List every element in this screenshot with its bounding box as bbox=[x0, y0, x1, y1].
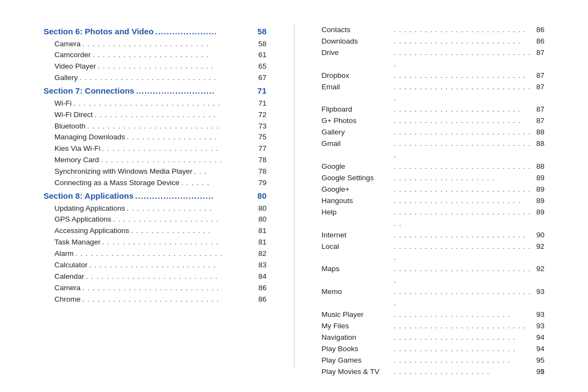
entry-label: Dropbox bbox=[322, 70, 393, 82]
toc-entry: Connecting as a Mass Storage Device . . … bbox=[44, 177, 267, 189]
section-dots: ............................ bbox=[136, 84, 256, 98]
entry-label: Gallery bbox=[322, 127, 393, 138]
entry-dots: . . . . . . . . . . . . . . . . . . . . … bbox=[102, 237, 257, 248]
entry-dots: . . . . . . . . . . . . . . . . . . . . … bbox=[394, 321, 535, 332]
entry-page: 84 bbox=[258, 271, 266, 283]
entry-dots: . . . . . . . . . . . . . . . . . . . . … bbox=[394, 82, 535, 105]
entry-page: 90 bbox=[536, 230, 544, 241]
entry-page: 87 bbox=[536, 47, 544, 59]
entry-label: My Files bbox=[322, 321, 393, 332]
toc-entry: Dropbox . . . . . . . . . . . . . . . . … bbox=[322, 70, 545, 82]
entry-page: 88 bbox=[536, 138, 544, 150]
entry-page: 86 bbox=[258, 283, 266, 294]
entry-label: Hangouts bbox=[322, 195, 393, 207]
toc-entry: Wi-Fi Direct . . . . . . . . . . . . . .… bbox=[44, 109, 267, 121]
entry-label: Camcorder bbox=[54, 50, 91, 61]
toc-entry: Hangouts . . . . . . . . . . . . . . . .… bbox=[322, 195, 545, 207]
entry-label: Flipboard bbox=[322, 104, 393, 115]
entry-label: Memory Card bbox=[54, 155, 99, 166]
entry-label: Gmail bbox=[322, 138, 393, 150]
entry-page: 86 bbox=[258, 294, 266, 305]
entry-dots: . . . . . . . . . . . . . . . . . . bbox=[127, 132, 257, 143]
entry-dots: . . . . . . . . . . . . . . . . . . . . … bbox=[394, 115, 535, 127]
section-header: Section 8: Applications ................… bbox=[44, 189, 267, 203]
toc-entry: My Files . . . . . . . . . . . . . . . .… bbox=[322, 321, 545, 332]
entry-page: 75 bbox=[258, 132, 266, 143]
entry-label: Internet bbox=[322, 230, 393, 241]
entry-page: 89 bbox=[536, 207, 544, 218]
entry-page: 86 bbox=[536, 24, 544, 36]
entry-dots: . . . . . . . . . . . . . . . . . . . . … bbox=[394, 127, 535, 138]
toc-entry: Alarm . . . . . . . . . . . . . . . . . … bbox=[44, 248, 267, 260]
entry-dots: . . . . . . . . . . . . . . . . . . . . … bbox=[75, 248, 256, 260]
toc-entry: GPS Applications . . . . . . . . . . . .… bbox=[44, 214, 267, 225]
section-label: Section 7: Connections bbox=[44, 84, 134, 98]
toc-entry: Bluetooth . . . . . . . . . . . . . . . … bbox=[44, 121, 267, 132]
entry-dots: . . . . . . . . . . . . . . . . . . . . … bbox=[394, 36, 535, 47]
toc-entry: Chrome . . . . . . . . . . . . . . . . .… bbox=[44, 294, 267, 305]
entry-dots: . . . . . . . . . . . . . . . . . . . . … bbox=[394, 161, 535, 173]
entry-dots: . . . . . . . . . . . . . . . . . . . . … bbox=[394, 184, 535, 195]
entry-dots: . . . . . . bbox=[181, 177, 257, 189]
entry-label: Local bbox=[322, 241, 393, 253]
entry-label: Bluetooth bbox=[54, 121, 85, 132]
entry-page: 78 bbox=[258, 155, 266, 166]
entry-label: Task Manager bbox=[54, 237, 101, 248]
entry-label: Updating Applications bbox=[54, 203, 125, 215]
entry-dots: . . . . . . . . . . . . . . . . . . . . … bbox=[394, 230, 535, 241]
entry-page: 93 bbox=[536, 309, 544, 321]
entry-label: Google Settings bbox=[322, 173, 393, 184]
entry-page: 94 bbox=[536, 344, 544, 355]
entry-label: GPS Applications bbox=[54, 214, 111, 225]
section-page: 71 bbox=[258, 84, 267, 98]
entry-page: 93 bbox=[536, 321, 544, 332]
entry-label: Calculator bbox=[54, 260, 88, 271]
toc-entry: Gallery . . . . . . . . . . . . . . . . … bbox=[44, 72, 267, 84]
entry-label: Camera bbox=[54, 283, 81, 294]
toc-entry: Gmail . . . . . . . . . . . . . . . . . … bbox=[322, 138, 545, 161]
page-number: 2 bbox=[541, 367, 544, 376]
toc-entry: Updating Applications . . . . . . . . . … bbox=[44, 203, 267, 215]
entry-label: Calendar bbox=[54, 271, 84, 283]
toc-entry: Camera . . . . . . . . . . . . . . . . .… bbox=[44, 39, 267, 50]
entry-page: 71 bbox=[258, 98, 266, 109]
entry-dots: . . . . . . . . . . . . . . . . bbox=[131, 225, 256, 237]
entry-page: 87 bbox=[536, 115, 544, 127]
entry-label: Play Games bbox=[322, 355, 393, 366]
toc-entry: Memory Card . . . . . . . . . . . . . . … bbox=[44, 155, 267, 166]
page: Section 6: Photos and Video ............… bbox=[22, 8, 566, 384]
entry-label: Managing Downloads bbox=[54, 132, 125, 143]
entry-dots: . . . . . . . . . . . . . . . . . bbox=[127, 203, 257, 215]
section-page: 58 bbox=[258, 24, 267, 39]
toc-entry: Accessing Applications . . . . . . . . .… bbox=[44, 225, 267, 237]
entry-dots: . . . . . . . . . . . . . . . . . . . . … bbox=[86, 271, 257, 283]
entry-dots: . . . . . . . . . . . . . . . . . . . . … bbox=[394, 207, 535, 230]
entry-dots: . . . . . . . . . . . . . . . . . . . . … bbox=[394, 104, 535, 115]
toc-entry: Gallery . . . . . . . . . . . . . . . . … bbox=[322, 127, 545, 138]
entry-page: 88 bbox=[536, 127, 544, 138]
entry-dots: . . . . . . . . . . . . . . . . . . . . … bbox=[73, 98, 256, 109]
toc-entry: Music Player . . . . . . . . . . . . . .… bbox=[322, 309, 545, 321]
entry-dots: . . . . . . . . . . . . . . . . . . . . … bbox=[82, 283, 256, 294]
entry-dots: . . . . . . . . . . . . . . . . . . . . … bbox=[394, 286, 535, 309]
toc-entry: Google Settings . . . . . . . . . . . . … bbox=[322, 173, 545, 184]
entry-dots: . . . . . . . . . . . . . . . . . . . . … bbox=[394, 70, 535, 82]
section-dots: ...................... bbox=[155, 24, 256, 39]
right-column: Contacts . . . . . . . . . . . . . . . .… bbox=[322, 24, 545, 367]
entry-label: Wi-Fi Direct bbox=[54, 109, 93, 121]
entry-page: 80 bbox=[258, 203, 266, 215]
entry-dots: . . . . . . . . . . . . . . . . . . . . … bbox=[101, 155, 257, 166]
entry-label: Drive bbox=[322, 47, 393, 59]
entry-label: Camera bbox=[54, 39, 81, 50]
entry-dots: . . . . . . . . . . . . . . . . . . . . … bbox=[82, 294, 256, 305]
entry-dots: . . . . . . . . . . . . . . . . . . . . … bbox=[394, 241, 535, 264]
entry-dots: . . . . . . . . . . . . . . . . . . . . … bbox=[394, 355, 535, 366]
toc-entry: Managing Downloads . . . . . . . . . . .… bbox=[44, 132, 267, 143]
entry-page: 82 bbox=[258, 248, 266, 260]
entry-label: Help bbox=[322, 207, 393, 218]
entry-page: 89 bbox=[536, 184, 544, 195]
section-header: Section 7: Connections .................… bbox=[44, 84, 267, 98]
entry-dots: . . . . . . . . . . . . . . . . . . . . … bbox=[394, 344, 535, 355]
toc-entry: Play Books . . . . . . . . . . . . . . .… bbox=[322, 344, 545, 355]
entry-page: 87 bbox=[536, 70, 544, 82]
